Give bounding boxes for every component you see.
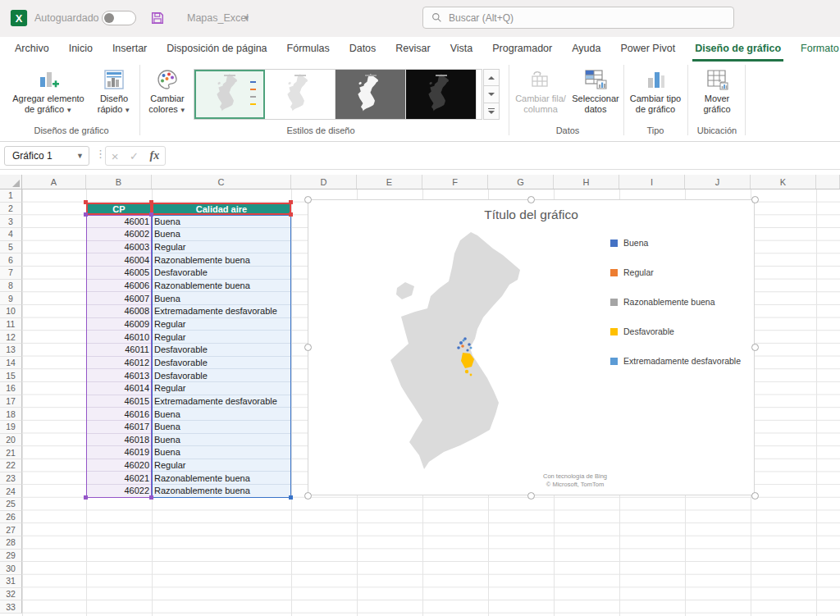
- document-title[interactable]: Mapas_Excel: [187, 12, 249, 24]
- cell-cp[interactable]: 46011: [86, 344, 152, 357]
- row-header-30[interactable]: 30: [0, 562, 22, 575]
- source-table[interactable]: CPCalidad aire46001Buena46002Buena46003R…: [86, 203, 291, 498]
- cell-calidad[interactable]: Buena: [152, 215, 291, 228]
- legend-item-desfavorable[interactable]: Desfavorable: [610, 317, 741, 346]
- cell-calidad[interactable]: Razonablemente buena: [152, 280, 291, 293]
- row-header-2[interactable]: 2: [0, 203, 22, 216]
- cell-calidad[interactable]: Buena: [152, 292, 291, 305]
- column-header-partial[interactable]: [816, 175, 840, 189]
- formula-input[interactable]: [171, 144, 838, 167]
- chart-resize-handle[interactable]: [304, 344, 312, 351]
- cell-calidad[interactable]: Regular: [152, 318, 291, 331]
- row-header-10[interactable]: 10: [0, 305, 22, 318]
- cell-cp[interactable]: 46001: [86, 215, 152, 228]
- chart-resize-handle[interactable]: [751, 344, 759, 351]
- document-title-caret-icon[interactable]: ▼: [243, 14, 250, 22]
- tab-insertar[interactable]: Insertar: [103, 37, 157, 62]
- change-colors-button[interactable]: Cambiar colores▼: [144, 66, 190, 116]
- row-header-19[interactable]: 19: [0, 421, 22, 434]
- valencia-map-shape[interactable]: [378, 230, 559, 493]
- cell-cp[interactable]: 46020: [86, 459, 152, 472]
- legend-item-buena[interactable]: Buena: [610, 228, 741, 258]
- cell-cp[interactable]: 46007: [86, 292, 152, 305]
- range-fill-handle[interactable]: [84, 200, 88, 204]
- chart-resize-handle[interactable]: [527, 196, 535, 203]
- cell-calidad[interactable]: Buena: [152, 408, 291, 421]
- column-header-c[interactable]: C: [152, 175, 291, 189]
- column-header-d[interactable]: D: [291, 175, 357, 189]
- cell-cp[interactable]: 46012: [86, 357, 152, 370]
- cell-calidad[interactable]: Desfavorable: [152, 344, 291, 357]
- chart-resize-handle[interactable]: [527, 492, 535, 500]
- row-header-5[interactable]: 5: [0, 241, 22, 254]
- cell-calidad[interactable]: Razonablemente buena: [152, 472, 291, 485]
- tab-formulas[interactable]: Fórmulas: [277, 37, 340, 62]
- row-header-3[interactable]: 3: [0, 215, 22, 228]
- cell-cp[interactable]: 46003: [86, 241, 152, 254]
- cell-calidad[interactable]: Razonablemente buena: [152, 485, 291, 498]
- column-header-j[interactable]: J: [685, 175, 751, 189]
- cell-cp[interactable]: 46019: [86, 446, 152, 459]
- legend-item-razonablemente-buena[interactable]: Razonablemente buena: [610, 287, 741, 317]
- row-header-26[interactable]: 26: [0, 511, 22, 524]
- cell-cp[interactable]: 46008: [86, 305, 152, 318]
- cell-calidad[interactable]: Regular: [152, 459, 291, 472]
- row-header-29[interactable]: 29: [0, 550, 22, 563]
- tab-formato[interactable]: Formato: [791, 37, 840, 62]
- table-header-cp[interactable]: CP: [86, 203, 152, 216]
- row-header-8[interactable]: 8: [0, 280, 22, 293]
- column-header-f[interactable]: F: [422, 175, 488, 189]
- name-box-caret-icon[interactable]: ▼: [76, 152, 84, 160]
- cell-cp[interactable]: 46018: [86, 434, 152, 447]
- row-header-16[interactable]: 16: [0, 382, 22, 395]
- chart-resize-handle[interactable]: [751, 492, 759, 500]
- range-fill-handle[interactable]: [149, 212, 153, 217]
- chart-resize-handle[interactable]: [304, 492, 312, 500]
- cell-cp[interactable]: 46015: [86, 395, 152, 408]
- tab-revisar[interactable]: Revisar: [386, 37, 440, 62]
- row-header-9[interactable]: 9: [0, 292, 22, 305]
- cell-cp[interactable]: 46002: [86, 228, 152, 241]
- range-fill-handle[interactable]: [84, 212, 88, 217]
- table-header-calidad-aire[interactable]: Calidad aire: [152, 203, 291, 216]
- range-fill-handle[interactable]: [149, 495, 153, 500]
- row-header-20[interactable]: 20: [0, 434, 22, 447]
- autosave-toggle[interactable]: [102, 11, 136, 25]
- row-header-33[interactable]: 33: [0, 600, 22, 614]
- chart-style-3[interactable]: [336, 70, 406, 119]
- row-header-27[interactable]: 27: [0, 523, 22, 536]
- row-header-1[interactable]: 1: [0, 189, 22, 203]
- cell-calidad[interactable]: Regular: [152, 241, 291, 254]
- chart-style-4[interactable]: [406, 70, 477, 119]
- select-data-button[interactable]: Seleccionar datos: [569, 66, 622, 115]
- row-header-21[interactable]: 21: [0, 446, 22, 459]
- cell-calidad[interactable]: Regular: [152, 382, 291, 395]
- gallery-scroll-down-button[interactable]: [483, 86, 500, 103]
- cell-calidad[interactable]: Desfavorable: [152, 357, 291, 370]
- range-fill-handle[interactable]: [149, 200, 153, 204]
- row-header-15[interactable]: 15: [0, 369, 22, 382]
- tab-datos[interactable]: Datos: [340, 37, 386, 62]
- cell-calidad[interactable]: Desfavorable: [152, 369, 291, 382]
- column-header-a[interactable]: A: [22, 175, 86, 189]
- cell-cp[interactable]: 46013: [86, 369, 152, 382]
- row-header-4[interactable]: 4: [0, 228, 22, 241]
- row-header-11[interactable]: 11: [0, 318, 22, 331]
- chart-title[interactable]: Título del gráfico: [308, 208, 754, 222]
- search-input[interactable]: [449, 12, 719, 24]
- row-header-31[interactable]: 31: [0, 575, 22, 588]
- column-header-g[interactable]: G: [488, 175, 554, 189]
- map-chart[interactable]: Título del gráfico BuenaRegularRazonable…: [308, 199, 755, 495]
- row-header-28[interactable]: 28: [0, 536, 22, 550]
- move-chart-button[interactable]: Mover gráfico: [692, 66, 742, 115]
- row-header-6[interactable]: 6: [0, 253, 22, 267]
- cell-calidad[interactable]: Buena: [152, 421, 291, 434]
- column-header-h[interactable]: H: [554, 175, 619, 189]
- range-fill-handle[interactable]: [289, 212, 293, 217]
- row-header-17[interactable]: 17: [0, 395, 22, 408]
- row-header-23[interactable]: 23: [0, 472, 22, 486]
- cell-calidad[interactable]: Desfavorable: [152, 267, 291, 280]
- column-header-k[interactable]: K: [751, 175, 816, 189]
- cell-calidad[interactable]: Buena: [152, 446, 291, 459]
- cell-cp[interactable]: 46010: [86, 331, 152, 344]
